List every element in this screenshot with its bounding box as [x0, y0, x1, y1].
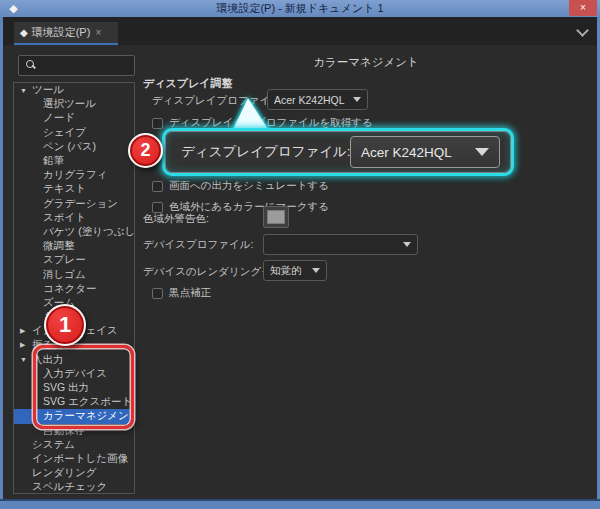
display-adjustment-heading: ディスプレイ調整: [143, 76, 233, 91]
sidebar-item-selector-tool[interactable]: 選択ツール: [14, 97, 134, 111]
mark-out-of-gamut-checkbox[interactable]: [152, 202, 163, 213]
sidebar-item-label: システム: [32, 438, 75, 452]
sidebar-item-tweak[interactable]: 微調整: [14, 239, 134, 253]
preferences-window: ◆ 環境設定(P) - 新規ドキュメント 1 × ◆ 環境設定(P) × ▼ツー…: [0, 0, 600, 509]
sidebar-item-calligraphy[interactable]: カリグラフィ: [14, 168, 134, 182]
sidebar-item-bucket[interactable]: バケツ (塗りつぶし): [14, 225, 134, 239]
device-profile-dropdown[interactable]: [263, 234, 418, 255]
sidebar-item-label: スプレー: [43, 253, 86, 267]
warning-color-swatch-inner: [267, 210, 285, 224]
sidebar-item-spray[interactable]: スプレー: [14, 253, 134, 267]
callout-display-profile-dropdown: Acer K242HQL: [350, 136, 500, 168]
expander-open-icon[interactable]: ▼: [20, 356, 32, 363]
sidebar-item-shapes[interactable]: シェイプ: [14, 126, 134, 140]
expander-closed-icon[interactable]: ▶: [20, 341, 32, 349]
sidebar-item-label: ペン (パス): [43, 140, 96, 154]
sidebar-item-label: スポイト: [43, 211, 86, 225]
annotation-step-2-badge: 2: [128, 133, 163, 168]
expander-open-icon[interactable]: ▼: [20, 87, 32, 94]
simulate-output-label: 画面への出力をシミュレートする: [169, 179, 329, 193]
device-profile-label: デバイスプロファイル:: [143, 238, 253, 252]
sidebar-item-label: テキスト: [43, 182, 86, 196]
sidebar-item-label: 消しゴム: [43, 268, 86, 282]
sidebar-item-spellcheck[interactable]: スペルチェック: [14, 480, 134, 494]
sidebar-item-label: ノード: [43, 111, 75, 125]
display-profile-value: Acer K242HQL: [274, 94, 349, 106]
search-input[interactable]: [39, 57, 129, 74]
simulate-output-checkbox-row: 画面への出力をシミュレートする: [152, 179, 329, 193]
rendering-intent-dropdown[interactable]: 知覚的: [263, 260, 327, 281]
window-border-bottom: [0, 499, 600, 509]
sidebar-item-pen[interactable]: ペン (パス): [14, 140, 134, 154]
sidebar-item-label: カリグラフィ: [43, 168, 107, 182]
expander-closed-icon[interactable]: ▶: [20, 327, 32, 335]
sidebar-item-label: 鉛筆: [43, 154, 64, 168]
sidebar-item-label: バケツ (塗りつぶし): [43, 225, 135, 239]
sidebar-item-label: シェイプ: [43, 126, 86, 140]
callout-display-profile-value: Acer K242HQL: [361, 145, 475, 160]
annotation-highlight-box: [33, 345, 134, 429]
callout-display-profile-label: ディスプレイプロファイル:: [165, 143, 349, 161]
rendering-intent-value: 知覚的: [270, 264, 308, 278]
dropdown-caret-icon: [353, 97, 361, 102]
chevron-down-icon[interactable]: [578, 26, 587, 35]
sidebar-item-gradient[interactable]: グラデーション: [14, 197, 134, 211]
page-title: カラーマネジメント: [135, 55, 597, 70]
sidebar-item-label: グラデーション: [43, 197, 118, 211]
window-close-button[interactable]: ×: [569, 0, 597, 16]
tab-label: 環境設定(P): [32, 25, 91, 40]
inkscape-logo-icon: ◆: [20, 27, 28, 38]
sidebar-item-label: ツール: [32, 83, 64, 97]
sidebar-item-text[interactable]: テキスト: [14, 182, 134, 196]
sidebar-item-label: インポートした画像: [32, 452, 128, 466]
black-point-label: 黒点補正: [169, 286, 211, 300]
window-titlebar: ◆ 環境設定(P) - 新規ドキュメント 1 ×: [0, 0, 600, 17]
sidebar-item-eraser[interactable]: 消しゴム: [14, 267, 134, 281]
window-title: 環境設定(P) - 新規ドキュメント 1: [0, 0, 600, 17]
out-of-gamut-color-label: 色域外警告色:: [143, 212, 209, 226]
sidebar-item-rendering[interactable]: レンダリング: [14, 466, 134, 480]
sidebar-item-system[interactable]: システム: [14, 438, 134, 452]
window-border-left: [0, 17, 3, 499]
display-profile-dropdown[interactable]: Acer K242HQL: [267, 89, 368, 110]
search-icon: [26, 60, 35, 69]
tab-bar: ◆ 環境設定(P) ×: [3, 17, 597, 45]
sidebar-item-pencil[interactable]: 鉛筆: [14, 154, 134, 168]
dropdown-caret-icon: [403, 242, 411, 247]
black-point-checkbox[interactable]: [152, 288, 163, 299]
annotation-zoom-callout: ディスプレイプロファイル: Acer K242HQL: [162, 128, 514, 176]
sidebar-item-label: コネクター: [43, 282, 96, 296]
simulate-output-checkbox[interactable]: [152, 181, 163, 192]
dropdown-caret-icon: [312, 268, 320, 273]
sidebar-item-label: 選択ツール: [43, 97, 96, 111]
tab-preferences[interactable]: ◆ 環境設定(P) ×: [14, 22, 118, 45]
sidebar-item-label: 微調整: [43, 239, 75, 253]
search-box[interactable]: [18, 55, 135, 76]
sidebar-item-dropper[interactable]: スポイト: [14, 211, 134, 225]
dropdown-caret-icon: [475, 148, 489, 156]
retrieve-profile-checkbox[interactable]: [152, 118, 163, 129]
sidebar-item-connector[interactable]: コネクター: [14, 282, 134, 296]
sidebar-item-imported-images[interactable]: インポートした画像: [14, 452, 134, 466]
warning-color-swatch[interactable]: [263, 206, 289, 228]
sidebar-item-node[interactable]: ノード: [14, 111, 134, 125]
tab-close-icon[interactable]: ×: [95, 27, 101, 38]
black-point-checkbox-row: 黒点補正: [152, 286, 211, 300]
sidebar-item-label: スペルチェック: [32, 480, 107, 494]
annotation-step-1-badge: 1: [44, 304, 86, 346]
sidebar-item-label: レンダリング: [32, 466, 96, 480]
sidebar-tree: ▼ツール選択ツールノードシェイプペン (パス)鉛筆カリグラフィテキストグラデーシ…: [13, 82, 135, 494]
sidebar-item-tools[interactable]: ▼ツール: [14, 83, 134, 97]
